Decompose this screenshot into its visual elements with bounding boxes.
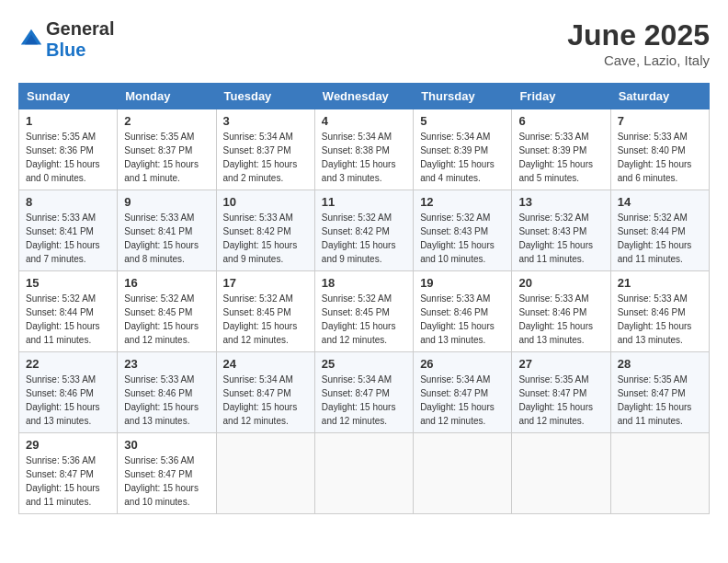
daylight: Daylight: 15 hours and 12 minutes. xyxy=(223,402,298,426)
sunrise: Sunrise: 5:34 AM xyxy=(420,132,490,142)
day-number: 5 xyxy=(420,114,505,128)
sunrise: Sunrise: 5:33 AM xyxy=(618,132,688,142)
day-info: Sunrise: 5:32 AM Sunset: 8:45 PM Dayligh… xyxy=(223,292,308,347)
calendar-day-cell: 19 Sunrise: 5:33 AM Sunset: 8:46 PM Dayl… xyxy=(414,271,512,352)
sunset: Sunset: 8:38 PM xyxy=(322,145,390,155)
weekday-header: Wednesday xyxy=(314,84,413,109)
day-number: 4 xyxy=(322,114,406,128)
daylight: Daylight: 15 hours and 13 minutes. xyxy=(518,321,593,345)
day-info: Sunrise: 5:33 AM Sunset: 8:46 PM Dayligh… xyxy=(618,292,702,347)
calendar: SundayMondayTuesdayWednesdayThursdayFrid… xyxy=(18,83,710,514)
sunrise: Sunrise: 5:32 AM xyxy=(322,213,392,223)
day-number: 6 xyxy=(518,114,603,128)
sunrise: Sunrise: 5:32 AM xyxy=(26,293,96,304)
calendar-day-cell: 8 Sunrise: 5:33 AM Sunset: 8:41 PM Dayli… xyxy=(19,190,118,271)
logo: General Blue xyxy=(18,18,114,61)
sunset: Sunset: 8:47 PM xyxy=(322,388,390,398)
calendar-day-cell: 7 Sunrise: 5:33 AM Sunset: 8:40 PM Dayli… xyxy=(610,109,709,190)
calendar-week-row: 22 Sunrise: 5:33 AM Sunset: 8:46 PM Dayl… xyxy=(19,352,710,433)
logo-blue: Blue xyxy=(46,40,85,60)
daylight: Daylight: 15 hours and 11 minutes. xyxy=(618,402,692,426)
sunset: Sunset: 8:40 PM xyxy=(618,145,686,155)
calendar-day-cell: 3 Sunrise: 5:34 AM Sunset: 8:37 PM Dayli… xyxy=(216,109,314,190)
calendar-day-cell xyxy=(610,433,709,514)
weekday-header: Tuesday xyxy=(216,84,314,109)
daylight: Daylight: 15 hours and 4 minutes. xyxy=(420,159,495,183)
day-info: Sunrise: 5:33 AM Sunset: 8:46 PM Dayligh… xyxy=(124,373,209,428)
day-info: Sunrise: 5:33 AM Sunset: 8:46 PM Dayligh… xyxy=(518,292,603,347)
day-info: Sunrise: 5:33 AM Sunset: 8:39 PM Dayligh… xyxy=(518,130,603,185)
daylight: Daylight: 15 hours and 13 minutes. xyxy=(124,402,199,426)
weekday-header-row: SundayMondayTuesdayWednesdayThursdayFrid… xyxy=(19,84,710,109)
calendar-day-cell: 14 Sunrise: 5:32 AM Sunset: 8:44 PM Dayl… xyxy=(610,190,709,271)
sunset: Sunset: 8:46 PM xyxy=(420,307,488,317)
sunset: Sunset: 8:45 PM xyxy=(322,307,390,317)
day-info: Sunrise: 5:33 AM Sunset: 8:46 PM Dayligh… xyxy=(26,373,110,428)
calendar-week-row: 1 Sunrise: 5:35 AM Sunset: 8:36 PM Dayli… xyxy=(19,109,710,190)
daylight: Daylight: 15 hours and 13 minutes. xyxy=(618,321,692,345)
calendar-day-cell: 20 Sunrise: 5:33 AM Sunset: 8:46 PM Dayl… xyxy=(512,271,610,352)
calendar-day-cell: 23 Sunrise: 5:33 AM Sunset: 8:46 PM Dayl… xyxy=(118,352,216,433)
sunrise: Sunrise: 5:34 AM xyxy=(322,374,392,385)
calendar-day-cell xyxy=(314,433,413,514)
calendar-day-cell: 10 Sunrise: 5:33 AM Sunset: 8:42 PM Dayl… xyxy=(216,190,314,271)
day-number: 30 xyxy=(124,438,209,452)
day-info: Sunrise: 5:32 AM Sunset: 8:43 PM Dayligh… xyxy=(420,211,505,266)
day-info: Sunrise: 5:33 AM Sunset: 8:46 PM Dayligh… xyxy=(420,292,505,347)
day-info: Sunrise: 5:34 AM Sunset: 8:38 PM Dayligh… xyxy=(322,130,406,185)
calendar-day-cell: 5 Sunrise: 5:34 AM Sunset: 8:39 PM Dayli… xyxy=(414,109,512,190)
day-info: Sunrise: 5:33 AM Sunset: 8:41 PM Dayligh… xyxy=(124,211,209,266)
daylight: Daylight: 15 hours and 0 minutes. xyxy=(26,159,100,183)
sunrise: Sunrise: 5:35 AM xyxy=(124,132,194,142)
calendar-week-row: 15 Sunrise: 5:32 AM Sunset: 8:44 PM Dayl… xyxy=(19,271,710,352)
daylight: Daylight: 15 hours and 3 minutes. xyxy=(322,159,396,183)
day-info: Sunrise: 5:32 AM Sunset: 8:43 PM Dayligh… xyxy=(518,211,603,266)
calendar-day-cell: 26 Sunrise: 5:34 AM Sunset: 8:47 PM Dayl… xyxy=(414,352,512,433)
weekday-header: Sunday xyxy=(19,84,118,109)
calendar-day-cell: 27 Sunrise: 5:35 AM Sunset: 8:47 PM Dayl… xyxy=(512,352,610,433)
sunrise: Sunrise: 5:35 AM xyxy=(618,374,688,385)
weekday-header: Monday xyxy=(118,84,216,109)
calendar-day-cell xyxy=(414,433,512,514)
daylight: Daylight: 15 hours and 10 minutes. xyxy=(420,240,495,264)
calendar-day-cell: 30 Sunrise: 5:36 AM Sunset: 8:47 PM Dayl… xyxy=(118,433,216,514)
logo-general: General xyxy=(46,18,114,39)
daylight: Daylight: 15 hours and 6 minutes. xyxy=(618,159,692,183)
sunrise: Sunrise: 5:33 AM xyxy=(26,374,96,385)
calendar-day-cell: 6 Sunrise: 5:33 AM Sunset: 8:39 PM Dayli… xyxy=(512,109,610,190)
calendar-day-cell: 12 Sunrise: 5:32 AM Sunset: 8:43 PM Dayl… xyxy=(414,190,512,271)
calendar-day-cell: 25 Sunrise: 5:34 AM Sunset: 8:47 PM Dayl… xyxy=(314,352,413,433)
daylight: Daylight: 15 hours and 12 minutes. xyxy=(322,321,396,345)
day-number: 25 xyxy=(322,357,406,371)
sunset: Sunset: 8:42 PM xyxy=(223,226,291,236)
day-number: 22 xyxy=(26,357,110,371)
sunset: Sunset: 8:47 PM xyxy=(618,388,686,398)
daylight: Daylight: 15 hours and 12 minutes. xyxy=(518,402,593,426)
day-number: 9 xyxy=(124,195,209,209)
sunset: Sunset: 8:46 PM xyxy=(26,388,94,398)
sunrise: Sunrise: 5:34 AM xyxy=(223,374,293,385)
day-number: 2 xyxy=(124,114,209,128)
sunset: Sunset: 8:46 PM xyxy=(518,307,586,317)
day-info: Sunrise: 5:33 AM Sunset: 8:40 PM Dayligh… xyxy=(618,130,702,185)
daylight: Daylight: 15 hours and 11 minutes. xyxy=(518,240,593,264)
daylight: Daylight: 15 hours and 7 minutes. xyxy=(26,240,100,264)
sunset: Sunset: 8:45 PM xyxy=(223,307,291,317)
day-info: Sunrise: 5:36 AM Sunset: 8:47 PM Dayligh… xyxy=(26,454,110,509)
sunset: Sunset: 8:46 PM xyxy=(618,307,686,317)
calendar-day-cell: 18 Sunrise: 5:32 AM Sunset: 8:45 PM Dayl… xyxy=(314,271,413,352)
sunrise: Sunrise: 5:32 AM xyxy=(124,293,194,304)
day-info: Sunrise: 5:34 AM Sunset: 8:37 PM Dayligh… xyxy=(223,130,308,185)
calendar-day-cell: 11 Sunrise: 5:32 AM Sunset: 8:42 PM Dayl… xyxy=(314,190,413,271)
day-number: 24 xyxy=(223,357,308,371)
sunrise: Sunrise: 5:32 AM xyxy=(322,293,392,304)
daylight: Daylight: 15 hours and 10 minutes. xyxy=(124,483,199,507)
day-info: Sunrise: 5:34 AM Sunset: 8:47 PM Dayligh… xyxy=(420,373,505,428)
sunset: Sunset: 8:45 PM xyxy=(124,307,192,317)
day-number: 11 xyxy=(322,195,406,209)
day-info: Sunrise: 5:34 AM Sunset: 8:39 PM Dayligh… xyxy=(420,130,505,185)
weekday-header: Friday xyxy=(512,84,610,109)
day-number: 20 xyxy=(518,276,603,290)
sunset: Sunset: 8:44 PM xyxy=(26,307,94,317)
day-info: Sunrise: 5:32 AM Sunset: 8:44 PM Dayligh… xyxy=(26,292,110,347)
